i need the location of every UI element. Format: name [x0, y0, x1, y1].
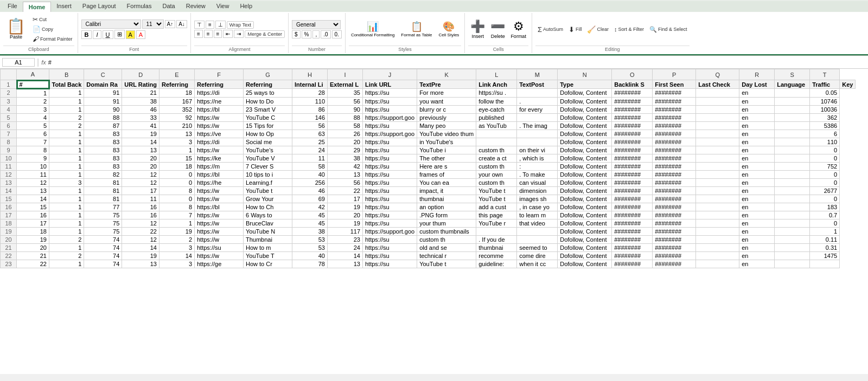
cell-r3-c16[interactable]: [696, 97, 739, 105]
cell-r4-c0[interactable]: 3: [17, 105, 49, 113]
cell-r22-c17[interactable]: en: [739, 251, 775, 260]
cell-r23-c11[interactable]: guideline:: [476, 260, 517, 268]
fill-color-button[interactable]: A: [126, 30, 135, 39]
cell-r16-c15[interactable]: ########: [653, 203, 696, 211]
cell-r12-c15[interactable]: ########: [653, 170, 696, 178]
cell-r6-c10[interactable]: Many peo: [417, 121, 476, 130]
cell-r14-c1[interactable]: 1: [49, 186, 84, 195]
cell-r8-c19[interactable]: 110: [810, 138, 840, 146]
cell-r2-c17[interactable]: en: [739, 89, 775, 98]
cell-r13-c19[interactable]: 0: [810, 178, 840, 186]
cell-r21-c0[interactable]: 20: [17, 243, 49, 251]
cell-r5-c19[interactable]: 362: [810, 113, 840, 121]
cell-r2-c10[interactable]: For more: [417, 89, 476, 98]
cell-r23-c18[interactable]: [775, 260, 810, 268]
cell-r4-c6[interactable]: 23 Smart V: [244, 105, 292, 113]
cell-r9-c9[interactable]: https://su: [363, 146, 417, 154]
cell-r9-c2[interactable]: 83: [84, 146, 122, 154]
cell-r11-c18[interactable]: [775, 162, 810, 170]
cell-r12-c0[interactable]: 11: [17, 170, 49, 178]
cell-r16-c3[interactable]: 16: [122, 203, 159, 211]
cell-r22-c0[interactable]: 21: [17, 251, 49, 260]
cell-r22-c12[interactable]: come dire: [517, 251, 558, 260]
number-format-select[interactable]: General: [292, 20, 341, 29]
cell-r9-c11[interactable]: custom th: [476, 146, 517, 154]
cell-r8-c17[interactable]: en: [739, 138, 775, 146]
cell-r10-c3[interactable]: 20: [122, 154, 159, 162]
cell-r20-c3[interactable]: 12: [122, 235, 159, 243]
find-select-button[interactable]: 🔍 Find & Select: [647, 25, 690, 34]
cell-r12-c11[interactable]: your own: [476, 170, 517, 178]
cell-r7-c3[interactable]: 19: [122, 130, 159, 138]
cell-r12-c19[interactable]: 0: [810, 170, 840, 178]
cell-r13-c18[interactable]: [775, 178, 810, 186]
align-top-button[interactable]: ⊤: [194, 21, 205, 29]
col-header-T[interactable]: T: [810, 69, 840, 80]
tab-help[interactable]: Help: [234, 1, 258, 12]
cell-r18-c7[interactable]: 45: [292, 219, 328, 227]
cell-r7-c16[interactable]: [696, 130, 739, 138]
cell-r18-c10[interactable]: your thum: [417, 219, 476, 227]
cell-r14-c12[interactable]: dimension: [517, 186, 558, 195]
cell-r2-c14[interactable]: ########: [612, 89, 653, 98]
currency-button[interactable]: $: [292, 30, 301, 38]
cell-r4-c19[interactable]: 10036: [810, 105, 840, 113]
cell-r14-c14[interactable]: ########: [612, 186, 653, 195]
header-cell-9[interactable]: Link URL: [363, 80, 417, 89]
wrap-text-button[interactable]: Wrap Text: [227, 21, 254, 29]
cell-r20-c12[interactable]: [517, 235, 558, 243]
cell-r22-c19[interactable]: 1475: [810, 251, 840, 260]
cell-r18-c8[interactable]: 19: [328, 219, 363, 227]
cell-r21-c14[interactable]: ########: [612, 243, 653, 251]
cell-styles-button[interactable]: 🎨 Cell Styles: [437, 20, 462, 39]
header-cell-17[interactable]: Day Lost: [739, 80, 775, 89]
cell-r10-c5[interactable]: https://ke: [195, 154, 244, 162]
cell-r9-c5[interactable]: https://w: [195, 146, 244, 154]
cell-r6-c4[interactable]: 210: [159, 121, 195, 130]
cell-r21-c12[interactable]: seemed to: [517, 243, 558, 251]
cell-r13-c7[interactable]: 256: [292, 178, 328, 186]
cell-r20-c5[interactable]: https://w: [195, 235, 244, 243]
cell-r9-c1[interactable]: 1: [49, 146, 84, 154]
cell-r12-c18[interactable]: [775, 170, 810, 178]
cell-r19-c13[interactable]: Dofollow, Content: [558, 227, 612, 235]
cell-r13-c1[interactable]: 3: [49, 178, 84, 186]
cell-r18-c3[interactable]: 12: [122, 219, 159, 227]
tab-formulas[interactable]: Formulas: [122, 1, 157, 12]
cell-r22-c4[interactable]: 14: [159, 251, 195, 260]
cell-r22-c6[interactable]: YouTube T: [244, 251, 292, 260]
cell-r10-c1[interactable]: 1: [49, 154, 84, 162]
cell-r11-c19[interactable]: 752: [810, 162, 840, 170]
cell-r11-c10[interactable]: Here are s: [417, 162, 476, 170]
cell-r12-c12[interactable]: . To make: [517, 170, 558, 178]
cell-r21-c15[interactable]: ########: [653, 243, 696, 251]
cell-r23-c19[interactable]: [810, 260, 840, 268]
cell-r5-c8[interactable]: 88: [328, 113, 363, 121]
cell-r2-c12[interactable]: [517, 89, 558, 98]
cell-r3-c9[interactable]: https://su: [363, 97, 417, 105]
col-header-R[interactable]: R: [739, 69, 775, 80]
cell-r10-c16[interactable]: [696, 154, 739, 162]
cell-r23-c15[interactable]: ########: [653, 260, 696, 268]
cell-r6-c12[interactable]: . The imag: [517, 121, 558, 130]
cell-r7-c1[interactable]: 1: [49, 130, 84, 138]
cell-r20-c8[interactable]: 23: [328, 235, 363, 243]
cell-r11-c4[interactable]: 18: [159, 162, 195, 170]
cell-r20-c15[interactable]: ########: [653, 235, 696, 243]
format-button[interactable]: ⚙ Format: [508, 18, 528, 40]
col-header-S[interactable]: S: [775, 69, 810, 80]
cell-r11-c15[interactable]: ########: [653, 162, 696, 170]
cell-r9-c16[interactable]: [696, 146, 739, 154]
header-cell-14[interactable]: Backlink S: [612, 80, 653, 89]
cell-r15-c15[interactable]: ########: [653, 195, 696, 203]
cell-r16-c0[interactable]: 15: [17, 203, 49, 211]
cell-r21-c4[interactable]: 3: [159, 243, 195, 251]
cell-r19-c8[interactable]: 117: [328, 227, 363, 235]
cell-r10-c10[interactable]: The other: [417, 154, 476, 162]
cell-r15-c5[interactable]: https://w: [195, 195, 244, 203]
header-cell-13[interactable]: Type: [558, 80, 612, 89]
cell-r12-c2[interactable]: 82: [84, 170, 122, 178]
cut-button[interactable]: ✂ Cut: [31, 15, 74, 24]
cell-r22-c15[interactable]: ########: [653, 251, 696, 260]
cell-r17-c6[interactable]: 6 Ways to: [244, 211, 292, 219]
